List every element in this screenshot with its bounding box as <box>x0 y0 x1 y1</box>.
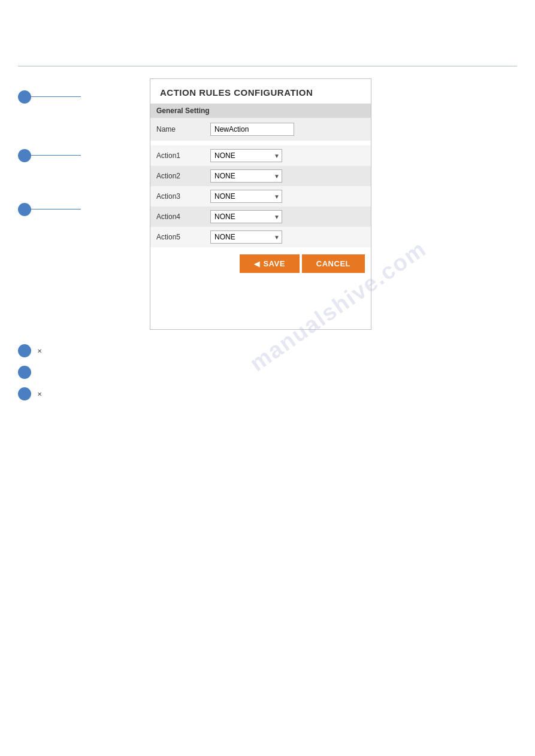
config-title: ACTION RULES CONFIGURATION <box>150 79 371 104</box>
general-setting-header: General Setting <box>150 104 371 118</box>
action-select-3[interactable]: NONE <box>210 190 282 203</box>
annotation-dot-2 <box>18 149 31 162</box>
action-row-1: Action1NONE▼ <box>150 145 371 166</box>
note-dot-2 <box>18 366 31 379</box>
action-label-3: Action3 <box>150 186 204 207</box>
actions-table: Action1NONE▼Action2NONE▼Action3NONE▼Acti… <box>150 145 371 247</box>
action-row-3: Action3NONE▼ <box>150 186 371 207</box>
note-dot-3 <box>18 387 31 400</box>
main-content: ACTION RULES CONFIGURATION General Setti… <box>0 78 535 330</box>
name-label: Name <box>156 125 210 133</box>
buttons-row: ◀ SAVE CANCEL <box>150 247 371 280</box>
top-divider <box>18 66 517 66</box>
action-select-2[interactable]: NONE <box>210 169 282 183</box>
action-label-4: Action4 <box>150 207 204 227</box>
config-panel: ACTION RULES CONFIGURATION General Setti… <box>150 78 371 330</box>
save-label: SAVE <box>263 259 285 268</box>
action-select-cell-2: NONE▼ <box>204 166 371 186</box>
note-sub-1: ✕ <box>37 347 44 356</box>
save-button[interactable]: ◀ SAVE <box>240 254 300 273</box>
action-row-5: Action5NONE▼ <box>150 227 371 247</box>
action-select-1[interactable]: NONE <box>210 149 282 162</box>
page-wrapper: ACTION RULES CONFIGURATION General Setti… <box>0 66 535 756</box>
action-select-cell-1: NONE▼ <box>204 145 371 166</box>
action-select-cell-4: NONE▼ <box>204 207 371 227</box>
save-icon: ◀ <box>254 260 260 268</box>
action-label-2: Action2 <box>150 166 204 186</box>
name-row: Name <box>150 118 371 141</box>
action-select-cell-3: NONE▼ <box>204 186 371 207</box>
note-text-3: ✕ <box>37 387 44 399</box>
action-select-5[interactable]: NONE <box>210 230 282 244</box>
name-input[interactable] <box>210 123 294 136</box>
annotation-3 <box>18 209 81 210</box>
action-label-1: Action1 <box>150 145 204 166</box>
action-row-2: Action2NONE▼ <box>150 166 371 186</box>
left-annotations <box>18 78 150 330</box>
action-select-4[interactable]: NONE <box>210 210 282 223</box>
annotation-1 <box>18 96 81 97</box>
action-label-5: Action5 <box>150 227 204 247</box>
note-dot-1 <box>18 344 31 357</box>
note-item-1: ✕ <box>18 344 517 357</box>
note-item-2 <box>18 366 517 379</box>
note-text-1: ✕ <box>37 344 44 356</box>
annotation-2 <box>18 155 81 156</box>
note-sub-3: ✕ <box>37 390 44 399</box>
note-sub-icon-3: ✕ <box>37 390 42 399</box>
annotation-dot-3 <box>18 203 31 216</box>
action-row-4: Action4NONE▼ <box>150 207 371 227</box>
note-item-3: ✕ <box>18 387 517 400</box>
action-select-cell-5: NONE▼ <box>204 227 371 247</box>
bottom-notes: ✕ ✕ <box>0 344 535 400</box>
cancel-button[interactable]: CANCEL <box>302 254 365 273</box>
note-sub-icon-1: ✕ <box>37 347 42 356</box>
